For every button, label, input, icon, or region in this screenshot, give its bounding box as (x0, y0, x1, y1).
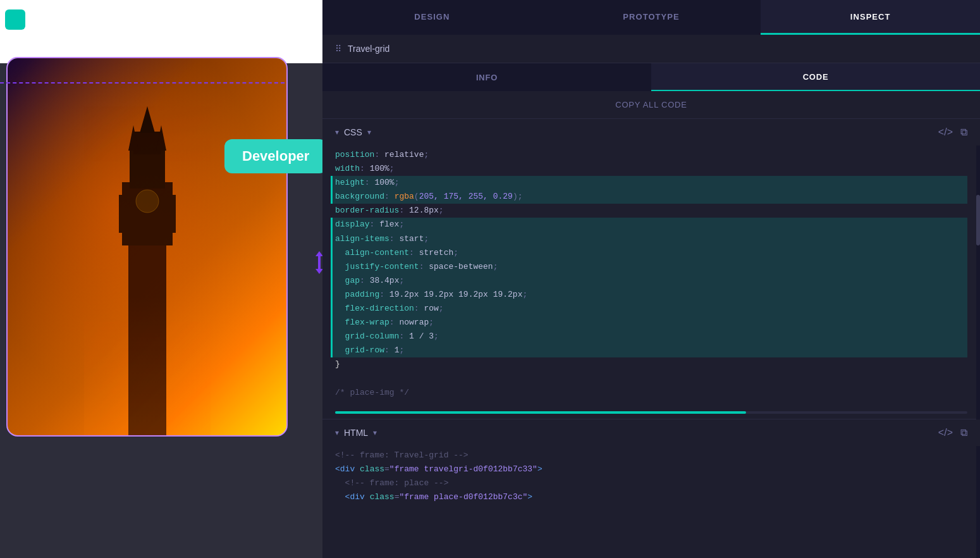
css-code-block: position: relative; width: 100%; height:… (322, 146, 980, 410)
css-section-header: ▾ CSS ▾ </> ⧉ (322, 119, 980, 146)
scroll-progress-bar (335, 411, 967, 414)
css-label: CSS (344, 127, 362, 137)
sub-tab-code[interactable]: CODE (651, 63, 980, 91)
code-line-15: grid-row: 1; (331, 344, 967, 357)
tab-inspect[interactable]: INSPECT (761, 0, 980, 35)
teal-nav-button[interactable] (5, 9, 25, 30)
css-chevron-icon[interactable]: ▾ (335, 128, 339, 137)
code-line-14: grid-column: 1 / 3; (331, 330, 967, 344)
sub-tab-bar: INFO CODE (322, 63, 980, 91)
html-line-2: <div class="frame travelgri-d0f012bb7c33… (335, 462, 967, 476)
svg-rect-2 (130, 151, 165, 189)
code-line-16: } (335, 357, 967, 371)
left-panel: Developer (0, 0, 322, 558)
html-code-view-icon[interactable]: </> (938, 427, 953, 438)
html-label: HTML (344, 428, 368, 438)
css-section-actions: </> ⧉ (938, 127, 967, 138)
code-view-icon[interactable]: </> (938, 127, 953, 138)
html-chevron-icon[interactable]: ▾ (335, 428, 339, 437)
svg-rect-10 (84, 296, 211, 435)
component-grid-icon: ⠿ (335, 44, 341, 54)
developer-badge: Developer (224, 139, 322, 173)
html-section-actions: </> ⧉ (938, 427, 967, 438)
tab-prototype[interactable]: PROTOTYPE (542, 0, 761, 35)
code-line-13: flex-wrap: nowrap; (331, 316, 967, 330)
component-header: ⠿ Travel-grid (322, 35, 980, 63)
card-image (8, 58, 286, 435)
tab-design[interactable]: DESIGN (322, 0, 542, 35)
svg-rect-8 (166, 195, 176, 233)
design-card (6, 57, 288, 437)
html-line-4: <div class="frame place-d0f012bb7c3c"> (335, 490, 967, 504)
sub-tab-info[interactable]: INFO (322, 63, 651, 91)
html-code-block: <!-- frame: Travel-grid --> <div class="… (322, 446, 980, 514)
resize-handle-icon[interactable] (312, 250, 322, 278)
html-section-header: ▾ HTML ▾ </> ⧉ (322, 419, 980, 446)
tower-svg (84, 106, 211, 435)
code-area[interactable]: ▾ CSS ▾ </> ⧉ position: relative; width:… (322, 119, 980, 558)
code-line-6: display: flex; (331, 218, 967, 232)
right-panel: DESIGN PROTOTYPE INSPECT ⠿ Travel-grid I… (322, 0, 980, 558)
scrollbar-thumb[interactable] (976, 195, 980, 245)
code-line-7: align-items: start; (331, 232, 967, 246)
html-copy-icon[interactable]: ⧉ (960, 427, 967, 438)
code-line-12: flex-direction: row; (331, 302, 967, 316)
html-section-title: ▾ HTML ▾ (335, 428, 377, 438)
svg-rect-7 (119, 195, 129, 233)
code-line-2: width: 100%; (335, 162, 967, 176)
code-line-3: height: 100%; (331, 176, 967, 190)
component-name-label: Travel-grid (348, 44, 389, 54)
selection-indicator (0, 82, 285, 84)
code-line-1: position: relative; (335, 148, 967, 162)
code-line-4: background: rgba(205, 175, 255, 0.29); (331, 190, 967, 204)
code-line-comment: /* place-img */ (335, 386, 967, 400)
svg-rect-3 (133, 132, 161, 154)
copy-icon[interactable]: ⧉ (960, 127, 967, 138)
code-line-5: border-radius: 12.8px; (335, 204, 967, 218)
html-line-3: <!-- frame: place --> (335, 476, 967, 490)
scroll-progress-fill (335, 411, 746, 414)
html-line-1: <!-- frame: Travel-grid --> (335, 449, 967, 462)
code-line-10: gap: 38.4px; (331, 274, 967, 288)
top-white-bar (0, 0, 322, 63)
svg-marker-4 (140, 106, 155, 133)
code-line-9: justify-content: space-between; (331, 260, 967, 274)
css-section-title: ▾ CSS ▾ (335, 127, 371, 137)
html-section: ▾ HTML ▾ </> ⧉ <!-- frame: Travel-grid -… (322, 419, 980, 514)
copy-all-code-button[interactable]: COPY ALL CODE (322, 91, 980, 119)
scrollbar-track[interactable] (976, 119, 980, 558)
svg-point-9 (136, 190, 159, 213)
css-dropdown[interactable]: ▾ (367, 128, 371, 137)
code-line-11: padding: 19.2px 19.2px 19.2px 19.2px; (331, 288, 967, 302)
html-dropdown[interactable]: ▾ (373, 428, 377, 437)
top-tab-bar: DESIGN PROTOTYPE INSPECT (322, 0, 980, 35)
code-line-8: align-content: stretch; (331, 246, 967, 260)
